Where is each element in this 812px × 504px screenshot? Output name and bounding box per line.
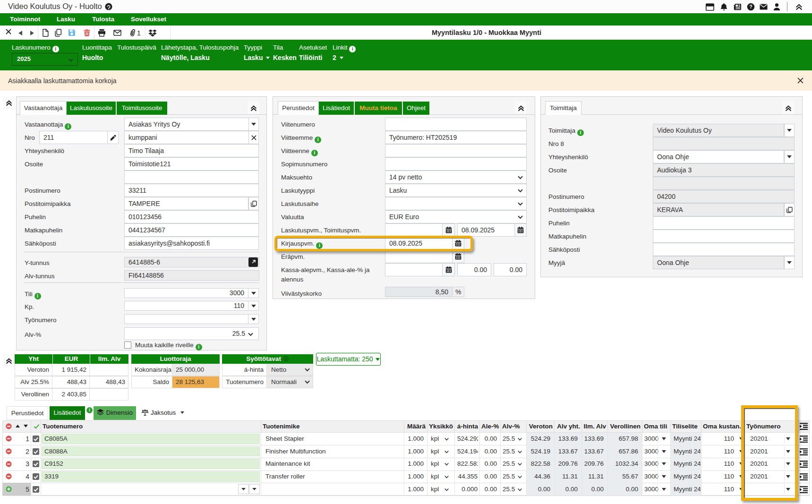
svg-text:?: ?	[749, 4, 752, 9]
